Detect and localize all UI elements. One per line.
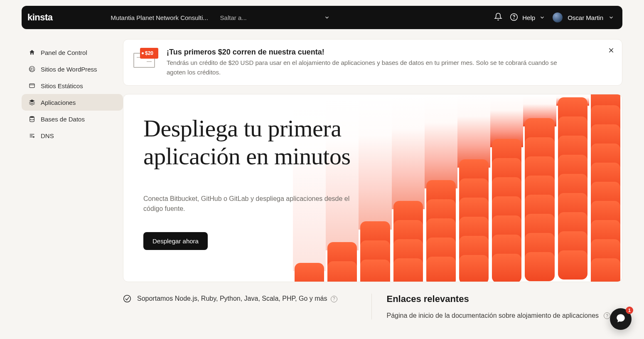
hero-card: Despliega tu primera aplicación en minut… bbox=[123, 94, 622, 282]
sidebar-item-wordpress[interactable]: Sitios de WordPress bbox=[22, 61, 123, 77]
deploy-now-button[interactable]: Desplegar ahora bbox=[143, 232, 208, 250]
jump-to-selector[interactable]: Saltar a... bbox=[220, 14, 330, 21]
jump-to-label: Saltar a... bbox=[220, 14, 247, 21]
link-text: Página de inicio de la documentación sob… bbox=[387, 312, 599, 319]
svg-rect-3 bbox=[29, 84, 34, 87]
sidebar-item-applications[interactable]: Aplicaciones bbox=[22, 94, 123, 111]
brand-logo[interactable]: kinsta bbox=[27, 12, 53, 23]
chevron-down-icon bbox=[539, 15, 545, 20]
sidebar-item-label: DNS bbox=[41, 132, 54, 139]
avatar bbox=[553, 12, 563, 22]
credit-badge-amount: $20 bbox=[145, 50, 153, 56]
banner-body: Tendrás un crédito de $20 USD para usar … bbox=[167, 58, 574, 77]
credit-banner: $20 ¡Tus primeros $20 corren de nuestra … bbox=[123, 39, 622, 86]
svg-point-1 bbox=[514, 18, 514, 19]
help-label: Help bbox=[522, 14, 535, 21]
chevron-down-icon bbox=[324, 15, 330, 20]
org-selector[interactable]: Mutantia Planet Network Consulti... bbox=[111, 14, 209, 21]
close-icon bbox=[608, 48, 615, 55]
help-icon bbox=[510, 13, 518, 22]
sidebar-item-dashboard[interactable]: Panel de Control bbox=[22, 44, 123, 61]
sidebar-item-databases[interactable]: Bases de Datos bbox=[22, 111, 123, 127]
info-icon[interactable]: ? bbox=[331, 296, 337, 302]
sidebar-item-dns[interactable]: DNS bbox=[22, 127, 123, 144]
doc-link[interactable]: Página de inicio de la documentación sob… bbox=[387, 312, 623, 319]
user-name-label: Oscar Martin bbox=[568, 14, 603, 21]
user-menu[interactable]: Oscar Martin bbox=[553, 12, 614, 22]
info-icon[interactable]: ? bbox=[604, 312, 610, 319]
chat-icon bbox=[615, 313, 626, 325]
chevron-down-icon bbox=[608, 15, 614, 20]
hero-title: Despliega tu primera aplicación en minut… bbox=[143, 114, 356, 171]
window-icon bbox=[28, 82, 36, 89]
notifications-button[interactable] bbox=[490, 12, 506, 22]
help-menu[interactable]: Help bbox=[510, 13, 545, 22]
banner-title: ¡Tus primeros $20 corren de nuestra cuen… bbox=[167, 48, 574, 57]
sidebar-item-label: Bases de Datos bbox=[41, 116, 85, 123]
banner-close-button[interactable] bbox=[608, 47, 615, 55]
sidebar-item-label: Sitios Estáticos bbox=[41, 82, 83, 89]
org-name-label: Mutantia Planet Network Consulti... bbox=[111, 14, 208, 21]
chat-badge: 1 bbox=[626, 307, 633, 314]
chat-launcher[interactable]: 1 bbox=[610, 308, 632, 330]
svg-point-5 bbox=[30, 116, 34, 118]
sidebar-item-label: Sitios de WordPress bbox=[41, 66, 97, 73]
feature-text: Soportamos Node.js, Ruby, Python, Java, … bbox=[137, 295, 327, 302]
hero-subtitle: Conecta Bitbucket, GitHub o GitLab y des… bbox=[143, 194, 351, 214]
sidebar-item-label: Aplicaciones bbox=[41, 99, 76, 106]
sidebar-item-label: Panel de Control bbox=[41, 49, 87, 56]
credit-tag-icon: $20 bbox=[133, 48, 157, 68]
feature-row: Soportamos Node.js, Ruby, Python, Java, … bbox=[123, 294, 359, 306]
wordpress-icon bbox=[28, 65, 36, 73]
bell-icon bbox=[494, 12, 502, 22]
top-bar: kinsta Mutantia Planet Network Consulti.… bbox=[22, 6, 622, 29]
sidebar-item-static[interactable]: Sitios Estáticos bbox=[22, 77, 123, 94]
check-circle-icon bbox=[123, 294, 131, 306]
stack-icon bbox=[28, 99, 36, 106]
links-heading: Enlaces relevantes bbox=[387, 294, 623, 304]
database-icon bbox=[28, 115, 36, 123]
svg-point-11 bbox=[124, 295, 131, 302]
sidebar: Panel de Control Sitios de WordPress Sit… bbox=[22, 39, 123, 319]
home-icon bbox=[28, 49, 36, 56]
dns-icon bbox=[28, 132, 36, 139]
